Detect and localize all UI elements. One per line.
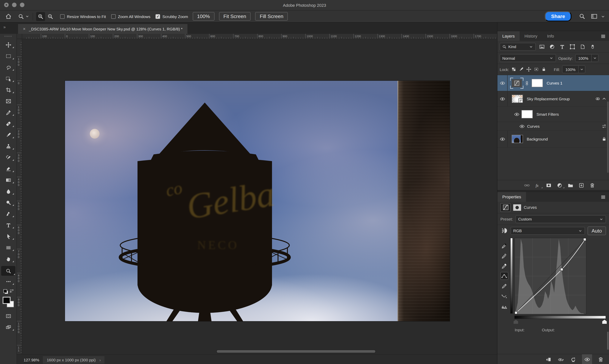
new-layer-icon[interactable] [579,182,584,188]
shape-tool[interactable] [2,243,14,252]
zoom-tool[interactable] [1,266,15,276]
lock-position-icon[interactable] [526,67,531,72]
layer-name[interactable]: Background [527,137,548,141]
lock-artboard-icon[interactable] [534,67,539,72]
tool-preset-chevron-icon[interactable] [25,14,30,19]
horizontal-ruler[interactable]: 1000100200300400500600700800900100011001… [22,34,497,39]
black-point-eyedropper-icon[interactable] [500,242,508,249]
checkbox-zoom-all-windows[interactable]: Zoom All Windows [111,14,150,19]
eraser-tool[interactable] [2,165,14,173]
zoom-in-button[interactable] [36,12,45,21]
filter-type-layers-icon[interactable] [558,42,566,51]
auto-button[interactable]: Auto [587,226,606,235]
minimize-window-button[interactable] [12,3,16,7]
toggle-visibility-icon[interactable] [582,354,592,364]
layer-row-smart-filters[interactable]: Smart Filters [497,107,609,122]
curves-graph[interactable] [514,238,586,314]
lock-transparency-icon[interactable] [511,67,516,72]
crop-tool[interactable] [2,86,14,94]
adjustment-layer-thumbnail[interactable] [512,79,522,87]
swap-colors-icon[interactable] [9,288,14,293]
channel-dropdown[interactable]: RGB [511,227,585,234]
tab-properties[interactable]: Properties [497,192,526,202]
link-layers-icon[interactable] [524,182,530,188]
filter-adjustment-layers-icon[interactable] [548,42,556,51]
vertical-ruler[interactable]: 1000100200300400500600700800900100011 [17,39,22,355]
layer-name[interactable]: Curves 1 [547,81,562,85]
expand-panels-icon[interactable]: » [3,25,5,29]
filter-toggle-icon[interactable] [588,42,596,51]
draw-curve-pencil-icon[interactable] [500,282,508,290]
shadow-input-slider[interactable] [514,320,518,324]
close-tab-icon[interactable]: × [23,26,26,32]
document-tab[interactable]: × _DSC3385-ARW 16x10 Move Moon Deeper Ne… [18,24,187,34]
clipping-warning-icon[interactable] [500,302,508,310]
dodge-tool[interactable] [2,198,14,207]
background-layer-thumbnail[interactable] [512,135,523,143]
delete-layer-icon[interactable] [589,182,595,188]
curves-adjustment-icon[interactable] [500,203,511,212]
add-layer-mask-icon[interactable] [546,182,552,188]
pen-tool[interactable] [2,210,14,218]
clone-stamp-tool[interactable] [2,142,14,150]
default-colors-icon[interactable] [3,289,7,293]
filter-kind-dropdown[interactable]: Kind [500,43,536,51]
canvas-image[interactable]: co Gelba NECO [65,81,450,321]
smart-filters-mask-thumbnail[interactable] [521,110,533,118]
checkbox-box[interactable]: ✓ [155,14,160,19]
path-selection-tool[interactable] [2,232,14,240]
curves-filter-eye-icon[interactable] [519,123,525,129]
smooth-curve-icon[interactable] [500,292,508,300]
new-adjustment-layer-icon[interactable] [557,182,562,188]
history-brush-tool[interactable] [2,153,14,162]
ruler-origin-corner[interactable] [17,34,22,39]
maximize-window-button[interactable] [20,3,25,7]
layer-row-curves-filter[interactable]: Curves [497,122,609,131]
workspace-switcher-icon[interactable] [589,12,598,21]
blend-mode-dropdown[interactable]: Normal [500,54,556,62]
move-tool[interactable] [2,40,14,49]
mask-properties-icon[interactable] [513,204,521,210]
smart-filters-eye-icon[interactable] [514,111,519,117]
workspace-chevron-icon[interactable] [601,14,605,19]
home-button[interactable] [4,12,13,21]
preset-dropdown[interactable]: Custom [516,215,606,223]
brush-tool[interactable] [2,131,14,139]
checkbox-box[interactable] [111,14,116,19]
layer-name[interactable]: Sky Replacement Group [527,97,570,101]
fill-dropdown[interactable]: 100% [562,65,585,73]
layer-visibility-eye-icon[interactable] [497,131,507,147]
horizontal-scrollbar-thumb[interactable] [216,350,376,353]
tab-layers[interactable]: Layers [497,31,519,41]
reset-adjustment-icon[interactable] [570,356,577,363]
eyedropper-tool[interactable] [2,108,14,117]
status-document-info[interactable]: 1600 px x 1000 px (300 ppi) › [43,356,104,364]
layer-mask-thumbnail[interactable] [531,79,543,87]
blur-tool[interactable] [2,187,14,195]
toolbar-grip[interactable] [4,36,12,37]
checkbox-resize-windows[interactable]: Resize Windows to Fit [60,14,106,19]
filter-shape-layers-icon[interactable] [568,42,576,51]
object-selection-tool[interactable] [2,74,14,83]
opacity-dropdown[interactable]: 100% [575,54,598,62]
layer-name[interactable]: Smart Filters [536,112,559,117]
fill-screen-button[interactable]: Fill Screen [255,12,288,21]
edit-points-tool-icon[interactable] [500,272,508,280]
quick-mask-button[interactable] [2,312,14,320]
status-chevron-icon[interactable]: › [99,357,101,362]
layer-styles-icon[interactable] [535,182,541,188]
healing-brush-tool[interactable] [2,119,14,128]
search-icon[interactable] [577,12,586,21]
view-previous-state-icon[interactable] [557,356,565,363]
highlight-input-slider[interactable] [602,320,607,324]
white-point-eyedropper-icon[interactable] [500,262,508,270]
layers-scrollbar-thumb[interactable] [607,101,609,173]
layer-row-sky-replacement-group[interactable]: Sky Replacement Group [497,91,609,107]
properties-scrollbar-thumb[interactable] [607,332,609,350]
layer-row-curves-1[interactable]: Curves 1 [497,75,609,91]
panel-menu-icon[interactable] [600,33,606,39]
checkbox-box[interactable] [60,14,65,19]
delete-adjustment-icon[interactable] [597,356,605,363]
close-window-button[interactable] [4,3,9,7]
fill-value[interactable]: 100% [563,67,578,72]
